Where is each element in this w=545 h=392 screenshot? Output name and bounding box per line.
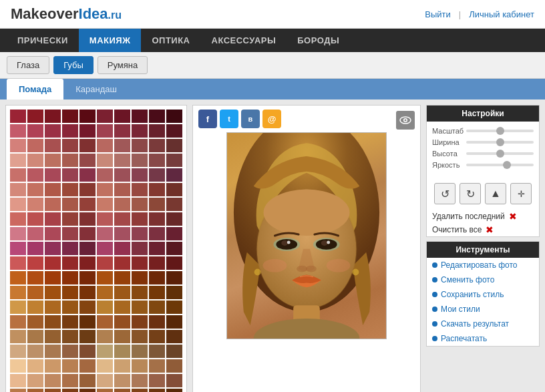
color-cell[interactable] <box>10 183 26 196</box>
color-cell[interactable] <box>79 139 96 152</box>
color-cell[interactable] <box>62 286 78 299</box>
color-cell[interactable] <box>149 345 165 358</box>
color-cell[interactable] <box>166 345 182 358</box>
color-cell[interactable] <box>114 154 130 167</box>
vk-icon[interactable]: в <box>241 110 260 128</box>
email-icon[interactable]: @ <box>262 110 281 128</box>
color-cell[interactable] <box>114 212 130 226</box>
color-cell[interactable] <box>62 345 78 358</box>
color-cell[interactable] <box>149 227 165 240</box>
color-cell[interactable] <box>114 345 130 358</box>
color-cell[interactable] <box>27 374 43 387</box>
color-cell[interactable] <box>114 374 130 387</box>
color-cell[interactable] <box>45 124 61 138</box>
color-cell[interactable] <box>27 154 43 167</box>
color-cell[interactable] <box>45 359 61 373</box>
color-cell[interactable] <box>79 271 96 284</box>
color-cell[interactable] <box>79 301 96 314</box>
color-cell[interactable] <box>45 301 61 314</box>
color-cell[interactable] <box>10 227 26 240</box>
color-cell[interactable] <box>97 286 113 299</box>
color-cell[interactable] <box>97 359 113 373</box>
color-cell[interactable] <box>132 301 148 314</box>
color-cell[interactable] <box>166 242 182 255</box>
color-cell[interactable] <box>166 374 182 387</box>
color-cell[interactable] <box>166 286 182 299</box>
facebook-icon[interactable]: f <box>198 110 217 128</box>
color-cell[interactable] <box>79 286 96 299</box>
color-cell[interactable] <box>149 286 165 299</box>
instrument-0[interactable]: Редактировать фото <box>427 258 539 272</box>
color-cell[interactable] <box>10 198 26 211</box>
logout-link[interactable]: Выйти <box>425 9 451 19</box>
color-cell[interactable] <box>114 242 130 255</box>
color-cell[interactable] <box>149 301 165 314</box>
color-cell[interactable] <box>97 212 113 226</box>
color-cell[interactable] <box>166 301 182 314</box>
color-cell[interactable] <box>132 286 148 299</box>
color-cell[interactable] <box>10 212 26 226</box>
color-cell[interactable] <box>132 139 148 152</box>
color-cell[interactable] <box>114 256 130 270</box>
color-cell[interactable] <box>10 286 26 299</box>
color-cell[interactable] <box>62 242 78 255</box>
color-cell[interactable] <box>10 374 26 387</box>
rotate-left-btn[interactable]: ↺ <box>434 183 456 204</box>
color-cell[interactable] <box>114 139 130 152</box>
color-cell[interactable] <box>10 389 26 392</box>
color-cell[interactable] <box>97 124 113 138</box>
color-cell[interactable] <box>132 124 148 138</box>
color-cell[interactable] <box>45 330 61 343</box>
color-cell[interactable] <box>62 139 78 152</box>
color-cell[interactable] <box>27 198 43 211</box>
color-cell[interactable] <box>10 154 26 167</box>
color-cell[interactable] <box>45 227 61 240</box>
color-cell[interactable] <box>79 359 96 373</box>
color-cell[interactable] <box>79 183 96 196</box>
color-cell[interactable] <box>45 212 61 226</box>
color-cell[interactable] <box>132 212 148 226</box>
color-cell[interactable] <box>114 271 130 284</box>
instrument-4[interactable]: Скачать результат <box>427 317 539 331</box>
color-cell[interactable] <box>114 110 130 123</box>
tab-pomada[interactable]: Помада <box>7 79 63 100</box>
color-cell[interactable] <box>166 227 182 240</box>
color-cell[interactable] <box>79 198 96 211</box>
color-cell[interactable] <box>45 256 61 270</box>
color-cell[interactable] <box>114 198 130 211</box>
color-cell[interactable] <box>62 168 78 182</box>
color-cell[interactable] <box>166 183 182 196</box>
color-cell[interactable] <box>62 359 78 373</box>
color-cell[interactable] <box>149 242 165 255</box>
color-cell[interactable] <box>45 345 61 358</box>
color-cell[interactable] <box>79 330 96 343</box>
color-cell[interactable] <box>10 330 26 343</box>
vysota-slider[interactable] <box>466 152 534 155</box>
color-cell[interactable] <box>132 110 148 123</box>
color-cell[interactable] <box>62 315 78 329</box>
color-cell[interactable] <box>79 374 96 387</box>
color-cell[interactable] <box>97 183 113 196</box>
color-cell[interactable] <box>132 242 148 255</box>
color-cell[interactable] <box>97 301 113 314</box>
instrument-5[interactable]: Распечатать <box>427 331 539 346</box>
nav-makiyazh[interactable]: МАКИЯЖ <box>79 29 142 52</box>
color-cell[interactable] <box>10 315 26 329</box>
color-cell[interactable] <box>149 124 165 138</box>
color-cell[interactable] <box>166 198 182 211</box>
color-cell[interactable] <box>166 154 182 167</box>
color-cell[interactable] <box>10 256 26 270</box>
nav-borody[interactable]: БОРОДЫ <box>287 29 350 52</box>
color-cell[interactable] <box>27 110 43 123</box>
color-cell[interactable] <box>10 242 26 255</box>
cabinet-link[interactable]: Личный кабинет <box>469 9 534 19</box>
color-cell[interactable] <box>27 315 43 329</box>
shirina-slider[interactable] <box>466 141 534 144</box>
color-cell[interactable] <box>79 242 96 255</box>
color-cell[interactable] <box>132 330 148 343</box>
color-cell[interactable] <box>62 198 78 211</box>
color-cell[interactable] <box>97 330 113 343</box>
color-cell[interactable] <box>45 168 61 182</box>
color-cell[interactable] <box>166 330 182 343</box>
instrument-2[interactable]: Сохранить стиль <box>427 287 539 302</box>
